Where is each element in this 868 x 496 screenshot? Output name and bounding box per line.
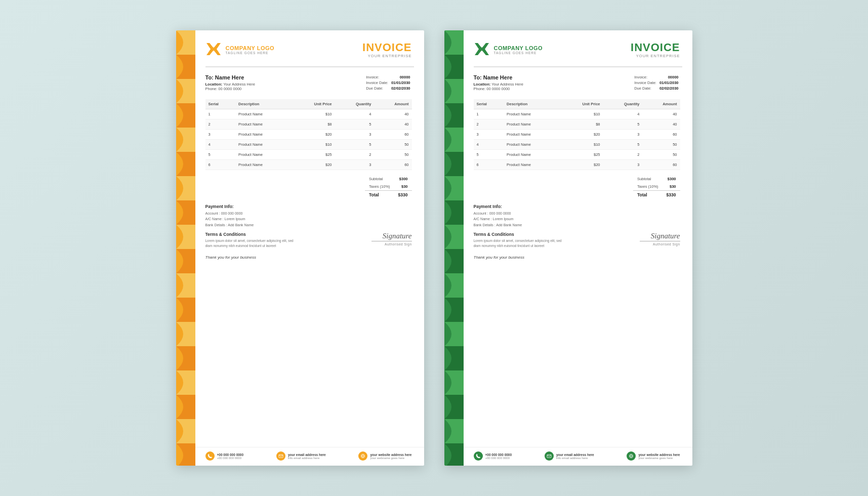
col-header-0: Serial [474, 99, 504, 109]
totals-table: Subtotal $300 Taxes (10%) $30 Total $330 [633, 175, 680, 199]
row-unit-price: $25 [559, 150, 603, 160]
bill-section: To: Name Here Location: Your Address Her… [195, 67, 424, 96]
row-unit-price: $20 [559, 160, 603, 170]
footer-phone: +00 000 000 0000 +00 000 000 0000 [474, 451, 512, 461]
col-header-1: Description [504, 99, 559, 109]
signature-text: Signature [640, 232, 680, 240]
row-unit-price: $10 [559, 140, 603, 150]
total-value: $330 [663, 191, 680, 199]
invoice-title-block: INVOICE YOUR ENTREPRISE [631, 42, 680, 58]
payment-acname: A/C Name : Lorem Ipsum [205, 216, 254, 222]
row-serial: 5 [205, 150, 236, 160]
logo-text: COMPANY LOGO TAGLINE GOES HERE [494, 45, 543, 55]
footer-website: your website address here your webname g… [627, 451, 680, 461]
subtotal-row: Subtotal $300 [633, 175, 680, 183]
row-quantity: 3 [335, 130, 374, 140]
row-description: Product Name [504, 109, 559, 119]
row-serial: 5 [474, 150, 504, 160]
row-serial: 4 [205, 140, 236, 150]
page-wrapper: COMPANY LOGO TAGLINE GOES HERE INVOICE Y… [176, 30, 692, 466]
logo-area: COMPANY LOGO TAGLINE GOES HERE [205, 42, 275, 58]
terms-body: Lorem ipsum dolor sit amet, consectetuer… [474, 238, 565, 249]
row-quantity: 5 [603, 140, 642, 150]
row-description: Product Name [504, 140, 559, 150]
terms-section: Terms & Conditions Lorem ipsum dolor sit… [205, 232, 297, 249]
invoice-header: COMPANY LOGO TAGLINE GOES HERE INVOICE Y… [195, 30, 424, 66]
invoice-word: INVOICE [631, 42, 680, 54]
invoice-value: 00000 [658, 74, 680, 80]
phone-icon [474, 451, 483, 461]
total-label: Total [633, 191, 663, 199]
row-unit-price: $10 [291, 140, 335, 150]
table-row: 6 Product Name $20 3 60 [205, 160, 412, 170]
signature-text: Signature [371, 232, 412, 240]
row-quantity: 5 [335, 140, 374, 150]
thank-you-text: Thank you for your business [205, 255, 257, 260]
row-unit-price: $8 [291, 119, 335, 130]
due-date-value: 02/02/2030 [658, 86, 680, 91]
row-serial: 1 [205, 109, 236, 119]
tagline: TAGLINE GOES HERE [226, 51, 275, 55]
table-row: 4 Product Name $10 5 50 [474, 140, 680, 150]
signature-block: Signature Authorised Sign [640, 232, 680, 249]
row-amount: 40 [374, 109, 411, 119]
due-date-label: Due Date: [364, 86, 390, 91]
subtotal-row: Subtotal $300 [365, 175, 412, 183]
taxes-label: Taxes (10%) [365, 183, 394, 191]
logo-icon [205, 42, 222, 58]
decorative-strip [176, 30, 195, 466]
footer-website: your website address here your webname g… [358, 451, 411, 461]
row-unit-price: $20 [559, 130, 603, 140]
invoice-footer: +00 000 000 0000 +00 000 000 0000 your e… [195, 447, 424, 466]
taxes-row: Taxes (10%) $30 [633, 183, 680, 191]
web-icon [358, 451, 367, 461]
total-row: Total $330 [365, 191, 412, 199]
total-label: Total [365, 191, 394, 199]
invoice-meta: Invoice: 00000 Invoice Date: 01/01/2030 … [633, 74, 680, 91]
phone-icon [205, 451, 215, 461]
footer-email: your email address here info email addre… [276, 451, 326, 461]
enterprise-label: YOUR ENTREPRISE [362, 54, 411, 58]
authorised-sign-label: Authorised Sign [640, 242, 680, 246]
due-date-label: Due Date: [633, 86, 658, 91]
col-header-3: Quantity [335, 99, 374, 109]
footer-web-text: your website address here your webname g… [638, 453, 680, 460]
signature-block: Signature Authorised Sign [371, 232, 412, 249]
row-quantity: 3 [603, 130, 642, 140]
authorised-sign-label: Authorised Sign [371, 242, 412, 246]
terms-section: Terms & Conditions Lorem ipsum dolor sit… [474, 232, 565, 249]
col-header-4: Amount [374, 99, 411, 109]
row-quantity: 5 [603, 119, 642, 130]
table-row: 5 Product Name $25 2 50 [474, 150, 680, 160]
payment-info-title: Payment Info: [205, 204, 254, 209]
row-description: Product Name [235, 109, 291, 119]
bill-to-phone: Phone: 00 0000 0000 [205, 87, 255, 91]
footer-phone-text: +00 000 000 0000 +00 000 000 0000 [217, 453, 244, 460]
payment-bank: Bank Details : Add Bank Name [205, 222, 254, 228]
row-amount: 60 [642, 160, 680, 170]
logo-icon [474, 42, 490, 58]
terms-body: Lorem ipsum dolor sit amet, consectetuer… [205, 238, 297, 249]
row-description: Product Name [235, 119, 291, 130]
col-header-3: Quantity [603, 99, 642, 109]
invoice-header: COMPANY LOGO TAGLINE GOES HERE INVOICE Y… [464, 30, 692, 66]
payment-info: Payment Info: Account : 000 000 0000 A/C… [205, 204, 254, 228]
bill-to-location: Location: Your Address Here [474, 82, 523, 87]
table-row: 1 Product Name $10 4 40 [474, 109, 680, 119]
footer-email-text: your email address here info email addre… [556, 453, 594, 460]
signature-line [371, 241, 412, 241]
payment-account: Account : 000 000 0000 [474, 211, 522, 216]
total-row: Total $330 [633, 191, 680, 199]
terms-title: Terms & Conditions [474, 232, 565, 237]
row-amount: 50 [374, 150, 411, 160]
thank-you-row: Thank you for your business [195, 250, 424, 265]
subtotal-value: $300 [394, 175, 412, 183]
row-description: Product Name [504, 150, 559, 160]
totals-table: Subtotal $300 Taxes (10%) $30 Total $330 [365, 175, 412, 199]
row-amount: 40 [642, 109, 680, 119]
row-serial: 3 [474, 130, 504, 140]
footer-phone-text: +00 000 000 0000 +00 000 000 0000 [485, 453, 512, 460]
invoice-date-label: Invoice Date: [633, 80, 658, 86]
thank-you-row: Thank you for your business [464, 250, 692, 265]
row-serial: 2 [474, 119, 504, 130]
